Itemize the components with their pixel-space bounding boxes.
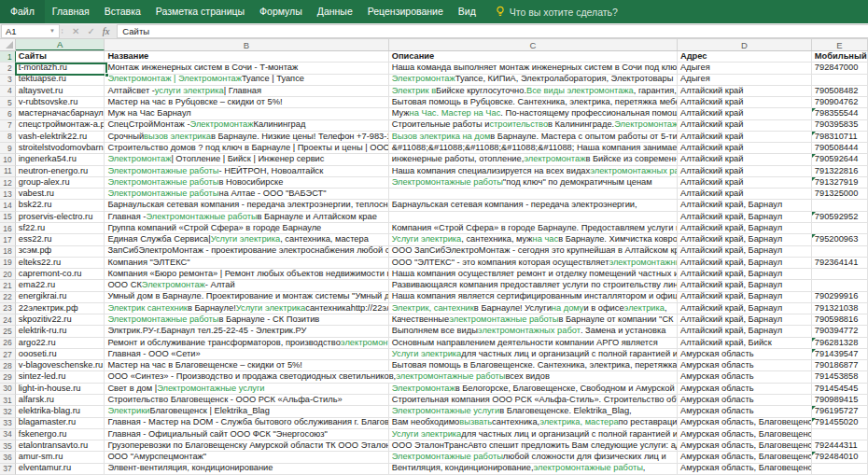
cell-D36[interactable]: Амурская область, Благовещенск: [678, 452, 812, 463]
cell-B1[interactable]: Название: [105, 51, 388, 63]
cell-E10[interactable]: 790592644: [812, 154, 868, 165]
cell-B29[interactable]: ООО «Синтез» - Производство и продажа св…: [105, 371, 678, 383]
cell-E21[interactable]: [812, 280, 868, 291]
cell-C12[interactable]: Электромонтажные работы "под ключ" по де…: [389, 177, 678, 189]
cell-A36[interactable]: amur-sm.ru: [16, 452, 105, 463]
cell-A13[interactable]: vabest.ru: [16, 189, 105, 200]
cell-A29[interactable]: sintez-led.ru: [16, 371, 105, 383]
cell-A26[interactable]: argo22.ru: [16, 338, 105, 349]
cell-D9[interactable]: Алтайский край: [678, 143, 812, 154]
cell-B20[interactable]: Компания «Бюро ремонта» | Ремонт любых о…: [105, 269, 388, 280]
ribbon-tab-file[interactable]: Файл: [0, 0, 45, 23]
cell-E31[interactable]: 790989415: [812, 395, 868, 406]
cell-D14[interactable]: Алтайский край, Барнаул: [678, 200, 812, 211]
cell-E7[interactable]: 790395835: [812, 120, 868, 132]
name-box-dropdown-icon[interactable]: ▼: [49, 28, 55, 34]
cell-D21[interactable]: Алтайский край, Барнаул: [678, 280, 812, 291]
cell-A15[interactable]: proservis-electro.ru: [16, 212, 105, 223]
cell-E14[interactable]: [812, 200, 868, 211]
row-header-21[interactable]: 21: [0, 280, 16, 291]
cell-E5[interactable]: 790904762: [812, 97, 868, 108]
cell-B37[interactable]: Элвент-вентиляция, кондиционирование: [105, 464, 388, 475]
cell-C5[interactable]: Бытовая помощь в Рубцовске. Сантехника, …: [389, 97, 678, 108]
row-header-5[interactable]: 5: [0, 97, 16, 108]
row-header-2[interactable]: 2: [0, 63, 16, 74]
cell-E2[interactable]: 792847000: [812, 63, 868, 74]
cell-A2[interactable]: t-montazh.ru: [16, 63, 105, 74]
cell-D30[interactable]: Амурская область: [678, 384, 812, 395]
cell-A28[interactable]: v-blagoveschenske.ru: [16, 360, 105, 371]
cell-A22[interactable]: energikrai.ru: [16, 292, 105, 303]
cell-B19[interactable]: Компания "ЭЛТЕКС": [105, 258, 388, 269]
column-header-B[interactable]: B: [105, 39, 388, 50]
cell-B25[interactable]: Элктрик.РУ-г.Барнаул тел.25-22-45 - Элек…: [105, 326, 388, 337]
cell-A4[interactable]: altaysvet.ru: [16, 86, 105, 97]
cell-A32[interactable]: elektrika-blag.ru: [16, 406, 105, 417]
cell-D2[interactable]: Адыгея: [678, 63, 812, 74]
column-header-E[interactable]: E: [812, 39, 868, 50]
cell-E13[interactable]: 791325000: [812, 189, 868, 200]
cell-A19[interactable]: elteks22.ru: [16, 258, 105, 269]
cell-E23[interactable]: 791321038: [812, 303, 868, 314]
row-header-8[interactable]: 8: [0, 132, 16, 143]
cell-C20[interactable]: Наша компания осуществляет ремонт и отде…: [389, 269, 678, 280]
cell-C18[interactable]: ООО ЗапСибЭлектроМонтаж - сегодня это кр…: [389, 246, 678, 258]
cell-D13[interactable]: Алтайский край: [678, 189, 812, 200]
cell-C9[interactable]: &#11088;&#11088;&#11088;&#11088;&#11088;…: [389, 143, 678, 154]
cell-E15[interactable]: 790592952: [812, 212, 868, 223]
cell-E9[interactable]: 790508444: [812, 143, 868, 154]
cell-D37[interactable]: Амурская область, Благовещенск: [678, 464, 812, 475]
cell-D15[interactable]: Алтайский край, Барнаул: [678, 212, 812, 223]
cell-C6[interactable]: Муж на Час. Мастер на Час. По-настоящему…: [389, 108, 678, 119]
cell-E30[interactable]: 791454545: [812, 384, 868, 395]
row-header-22[interactable]: 22: [0, 292, 16, 303]
cell-E32[interactable]: 796195727: [812, 406, 868, 417]
cell-B3[interactable]: Электромонтаж | Электромонтаж Туапсе | Т…: [105, 75, 388, 86]
cell-C25[interactable]: Выполняем все виды электромонтажных рабо…: [389, 326, 678, 337]
cell-E1[interactable]: Мобильный: [812, 51, 868, 63]
cell-B16[interactable]: Группа компаний «Строй Сфера» в городе Б…: [105, 223, 388, 234]
cell-C35[interactable]: ООО ЭталонТрансАвто спешит предложить Ва…: [389, 440, 678, 452]
cancel-entry-icon[interactable]: ✕: [72, 26, 79, 36]
row-header-11[interactable]: 11: [0, 166, 16, 177]
cell-B6[interactable]: Муж на Час Барнаул: [105, 108, 388, 119]
cell-A30[interactable]: light-in-house.ru: [16, 384, 105, 395]
cell-D22[interactable]: Алтайский край, Барнаул: [678, 292, 812, 303]
select-all-corner[interactable]: [0, 39, 16, 50]
cell-B4[interactable]: Алтайсвет - услуги электрика | Главная: [105, 86, 388, 97]
cell-B36[interactable]: ООО "Амурспецмонтаж": [105, 452, 388, 463]
cell-D1[interactable]: Адрес: [678, 51, 812, 63]
cell-B27[interactable]: Главная - ООО «Сети»: [105, 349, 388, 360]
cell-A12[interactable]: group-alex.ru: [16, 177, 105, 189]
cell-B30[interactable]: Свет в дом | Электромонтажные услуги: [105, 384, 388, 395]
cell-E26[interactable]: 796281328: [812, 338, 868, 349]
row-header-26[interactable]: 26: [0, 338, 16, 349]
cell-E3[interactable]: [812, 75, 868, 86]
ribbon-tab-5[interactable]: Данные: [310, 0, 360, 23]
row-header-23[interactable]: 23: [0, 303, 16, 314]
cell-B18[interactable]: ЗапСибЭлектроМонтаж - проектирование эле…: [105, 246, 388, 258]
cell-E22[interactable]: 790299916: [812, 292, 868, 303]
cell-A21[interactable]: ema22.ru: [16, 280, 105, 291]
cell-D5[interactable]: Алтайский край: [678, 97, 812, 108]
cell-D19[interactable]: Алтайский край, Барнаул: [678, 258, 812, 269]
row-header-31[interactable]: 31: [0, 395, 16, 406]
row-header-13[interactable]: 13: [0, 189, 16, 200]
cell-C8[interactable]: Вызов электрика на дом в Барнауле. Масте…: [389, 132, 678, 143]
fill-handle[interactable]: [105, 73, 109, 77]
cell-B26[interactable]: Ремонт и обслуживание трансформаторов, п…: [105, 338, 388, 349]
cell-B31[interactable]: Строительство Благовещенск - ООО РСК «Ал…: [105, 395, 388, 406]
cell-E36[interactable]: 792484010: [812, 452, 868, 463]
cell-D4[interactable]: Алтайский край: [678, 86, 812, 97]
enter-entry-icon[interactable]: ✓: [87, 26, 94, 36]
cell-D24[interactable]: Алтайский край, Барнаул: [678, 314, 812, 326]
row-header-25[interactable]: 25: [0, 326, 16, 337]
cell-C16[interactable]: Компания «Строй Сфера» в городе Барнауле…: [389, 223, 678, 234]
cell-C26[interactable]: Основным направлением деятельности компа…: [389, 338, 678, 349]
cell-D17[interactable]: Алтайский край, Барнаул: [678, 234, 812, 245]
cell-D16[interactable]: Алтайский край, Барнаул: [678, 223, 812, 234]
cell-E28[interactable]: 790186877: [812, 360, 868, 371]
cell-A17[interactable]: ess22.ru: [16, 234, 105, 245]
cell-B32[interactable]: Электрики Благовещенск | Elektrika_Blag: [105, 406, 388, 417]
cell-C36[interactable]: Электромонтажные работы любой сложности …: [389, 452, 678, 463]
